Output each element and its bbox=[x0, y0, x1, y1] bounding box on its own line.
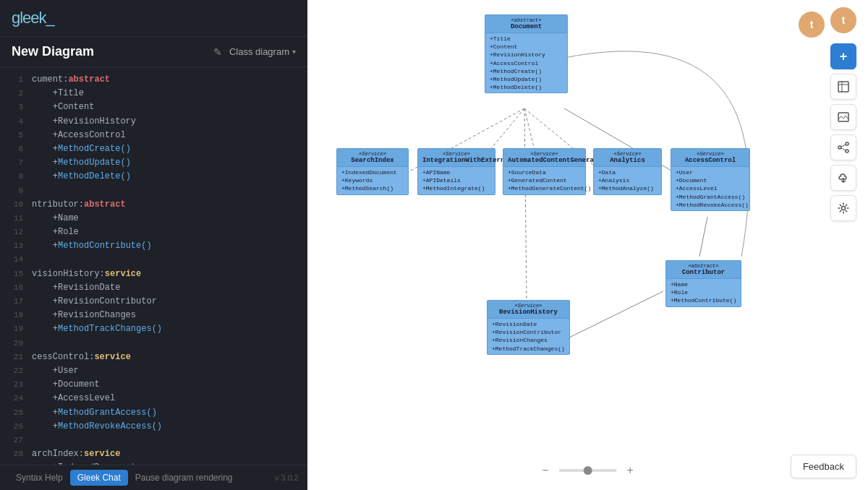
diagram-type-dropdown[interactable]: Class diagram ▾ bbox=[229, 46, 296, 57]
code-line: 22 +User bbox=[0, 364, 307, 378]
code-line: 20 bbox=[0, 337, 307, 351]
code-line: 5 +AccessControl bbox=[0, 129, 307, 142]
code-line: 13 +MethodContribute() bbox=[0, 239, 307, 253]
svg-line-5 bbox=[699, 217, 707, 257]
logo-text: gleek bbox=[12, 9, 46, 27]
uml-node-revision-history[interactable]: «Service» RevisionHistory +RevisionDate … bbox=[487, 300, 570, 355]
svg-line-7 bbox=[568, 291, 663, 338]
diagram-toolbar: New Diagram ✎ Class diagram ▾ bbox=[0, 37, 307, 67]
diagram-canvas[interactable]: «abstract» Document +Title +Content +Rev… bbox=[307, 0, 868, 490]
code-line: 4 +RevisionHistory bbox=[0, 115, 307, 129]
version-label: v 3.0.2 bbox=[275, 473, 299, 482]
left-panel: gleek_ New Diagram ✎ Class diagram ▾ 1 c… bbox=[0, 0, 307, 490]
settings-icon[interactable] bbox=[830, 195, 856, 221]
avatar-initial: t bbox=[842, 14, 846, 26]
code-line: 14 bbox=[0, 253, 307, 267]
code-line: 8 +MethodDelete() bbox=[0, 170, 307, 184]
avatar: t bbox=[799, 12, 825, 38]
uml-node-document[interactable]: «abstract» Document +Title +Content +Rev… bbox=[485, 14, 568, 93]
logo-symbol: _ bbox=[46, 9, 54, 27]
chevron-down-icon: ▾ bbox=[292, 48, 296, 56]
code-line: 12 +Role bbox=[0, 225, 307, 239]
share-icon[interactable] bbox=[830, 134, 856, 160]
code-line: 10 ntributor:abstract bbox=[0, 198, 307, 212]
code-line: 16 +RevisionDate bbox=[0, 281, 307, 295]
code-line: 27 bbox=[0, 434, 307, 447]
code-line: 18 +RevisionChanges bbox=[0, 309, 307, 322]
code-line: 15 visionHistory:service bbox=[0, 267, 307, 281]
code-line: 28 archIndex:service bbox=[0, 447, 307, 461]
image-icon[interactable] bbox=[830, 104, 856, 130]
cloud-icon[interactable] bbox=[830, 165, 856, 191]
code-line: 25 +MethodGrantAccess() bbox=[0, 406, 307, 420]
gleek-chat-button[interactable]: Gleek Chat bbox=[70, 470, 128, 486]
bottom-bar: Syntax Help Gleek Chat Pause diagram ren… bbox=[0, 465, 307, 490]
svg-point-18 bbox=[842, 207, 846, 210]
zoom-controls: − + bbox=[537, 463, 638, 478]
uml-node-access-control[interactable]: «Service» AccessControl +User +Document … bbox=[671, 148, 750, 211]
edit-icon[interactable]: ✎ bbox=[213, 46, 222, 58]
uml-node-automated[interactable]: «Service» AutomatedContentGeneration +So… bbox=[503, 148, 586, 195]
code-line: 24 +AccessLevel bbox=[0, 392, 307, 405]
svg-point-14 bbox=[846, 150, 848, 152]
diagram-title: New Diagram bbox=[12, 44, 206, 59]
uml-node-analytics[interactable]: «Service» Analytics +Data +Analysis +Met… bbox=[593, 148, 662, 195]
svg-point-12 bbox=[846, 142, 848, 145]
code-line: 23 +Document bbox=[0, 378, 307, 392]
uml-node-integration[interactable]: «Service» IntegrationWithExternalAPIs +A… bbox=[417, 148, 495, 195]
svg-point-13 bbox=[838, 146, 841, 149]
code-line: 1 cument:abstract bbox=[0, 73, 307, 87]
feedback-button[interactable]: Feedback bbox=[791, 455, 856, 478]
table-icon[interactable] bbox=[830, 74, 856, 100]
header: gleek_ bbox=[0, 0, 307, 37]
zoom-handle bbox=[584, 466, 592, 475]
user-avatar[interactable]: t bbox=[830, 7, 856, 33]
svg-line-15 bbox=[841, 145, 846, 147]
uml-node-contributor[interactable]: «abstract» Contributor +Name +Role +Meth… bbox=[665, 260, 741, 307]
add-button[interactable]: + bbox=[830, 43, 856, 69]
code-line: 11 +Name bbox=[0, 212, 307, 225]
code-line: 17 +RevisionContributor bbox=[0, 295, 307, 309]
code-line: 6 +MethodCreate() bbox=[0, 142, 307, 156]
app-container: gleek_ New Diagram ✎ Class diagram ▾ 1 c… bbox=[0, 0, 868, 490]
svg-rect-8 bbox=[838, 82, 848, 92]
code-line: 2 +Title bbox=[0, 87, 307, 100]
right-panel: t bbox=[307, 0, 868, 490]
diagram-connections bbox=[307, 0, 868, 490]
code-line: 19 +MethodTrackChanges() bbox=[0, 322, 307, 336]
zoom-out-button[interactable]: − bbox=[537, 463, 553, 478]
right-toolbar: + bbox=[830, 43, 856, 221]
syntax-help-button[interactable]: Syntax Help bbox=[9, 470, 70, 486]
svg-line-6 bbox=[524, 108, 527, 300]
code-editor[interactable]: 1 cument:abstract 2 +Title 3 +Content 4 … bbox=[0, 67, 307, 465]
code-line: 9 bbox=[0, 184, 307, 198]
logo: gleek_ bbox=[12, 9, 54, 27]
uml-node-search-index[interactable]: «Service» SearchIndex +IndexedDocument +… bbox=[336, 148, 409, 195]
code-line: 21 cessControl:service bbox=[0, 351, 307, 364]
zoom-in-button[interactable]: + bbox=[623, 463, 638, 478]
zoom-slider[interactable] bbox=[559, 469, 617, 472]
svg-line-16 bbox=[841, 148, 846, 150]
code-line: 7 +MethodUpdate() bbox=[0, 156, 307, 170]
code-line: 3 +Content bbox=[0, 100, 307, 114]
code-line: 26 +MethodRevokeAccess() bbox=[0, 420, 307, 434]
pause-rendering-button[interactable]: Pause diagram rendering bbox=[128, 470, 240, 486]
diagram-type-label: Class diagram bbox=[229, 46, 289, 57]
